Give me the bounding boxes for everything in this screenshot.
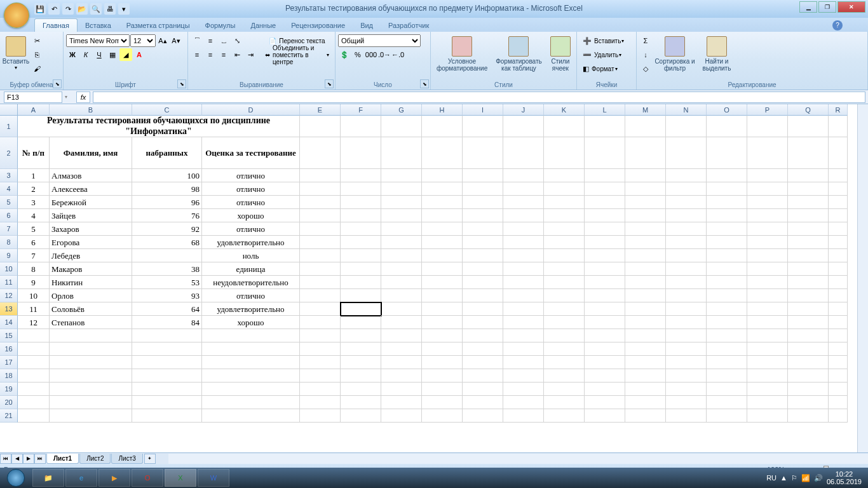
cell[interactable] xyxy=(544,329,585,342)
sheet-tab[interactable]: Лист1 xyxy=(46,454,79,464)
cell[interactable] xyxy=(585,236,625,249)
cell[interactable] xyxy=(788,116,829,137)
cell[interactable] xyxy=(341,236,381,249)
cell[interactable] xyxy=(381,383,422,396)
cell[interactable] xyxy=(50,409,132,423)
cell[interactable] xyxy=(666,289,707,302)
task-ie[interactable]: e xyxy=(65,469,97,487)
cell[interactable] xyxy=(422,276,463,289)
cell[interactable] xyxy=(422,396,463,409)
cell[interactable] xyxy=(585,209,625,222)
cell[interactable] xyxy=(788,236,829,249)
cell[interactable] xyxy=(829,302,848,316)
number-launcher[interactable]: ⬊ xyxy=(420,79,429,88)
cell[interactable] xyxy=(829,236,848,249)
col-header-D[interactable]: D xyxy=(202,104,300,116)
cell[interactable] xyxy=(341,169,381,182)
cell[interactable] xyxy=(666,369,707,383)
cell[interactable] xyxy=(503,276,544,289)
cell[interactable] xyxy=(585,169,625,182)
cell[interactable] xyxy=(341,196,381,209)
cell[interactable] xyxy=(829,182,848,196)
cell[interactable] xyxy=(707,209,747,222)
cell[interactable] xyxy=(788,316,829,329)
cell[interactable] xyxy=(300,137,341,169)
cell[interactable] xyxy=(132,396,202,409)
cell[interactable] xyxy=(463,316,503,329)
cell[interactable]: 64 xyxy=(132,302,202,316)
cell[interactable] xyxy=(829,409,848,423)
cell[interactable]: Орлов xyxy=(50,289,132,302)
border-icon[interactable]: ▦ xyxy=(106,48,119,61)
cell[interactable] xyxy=(788,329,829,342)
sheet-nav-prev[interactable]: ◀ xyxy=(11,454,23,464)
cell[interactable] xyxy=(463,276,503,289)
cell[interactable]: удовлетворительно xyxy=(202,302,300,316)
col-header-B[interactable]: B xyxy=(50,104,132,116)
new-sheet-button[interactable]: ✦ xyxy=(144,454,156,464)
cell[interactable] xyxy=(788,302,829,316)
tray-clock[interactable]: 10:22 06.05.2019 xyxy=(827,470,865,485)
cell[interactable] xyxy=(666,276,707,289)
cell[interactable] xyxy=(829,249,848,262)
cell[interactable] xyxy=(18,396,50,409)
col-header-L[interactable]: L xyxy=(585,104,625,116)
cell[interactable]: отлично xyxy=(202,169,300,182)
task-media[interactable]: ▶ xyxy=(98,469,130,487)
cell[interactable] xyxy=(422,196,463,209)
cell[interactable]: 3 xyxy=(18,196,50,209)
cell[interactable] xyxy=(132,369,202,383)
cell[interactable] xyxy=(463,396,503,409)
align-left-icon[interactable]: ≡ xyxy=(191,48,203,61)
cell[interactable] xyxy=(625,196,666,209)
cell[interactable] xyxy=(707,196,747,209)
cell[interactable]: Алексеева xyxy=(50,182,132,196)
cell[interactable] xyxy=(666,356,707,369)
cell[interactable] xyxy=(202,342,300,356)
cell[interactable] xyxy=(747,137,788,169)
cell[interactable] xyxy=(300,289,341,302)
cell[interactable] xyxy=(341,116,381,137)
cell[interactable] xyxy=(50,369,132,383)
cell[interactable] xyxy=(544,182,585,196)
cell[interactable]: Лебедев xyxy=(50,249,132,262)
cell[interactable]: 5 xyxy=(18,222,50,236)
cell[interactable] xyxy=(202,356,300,369)
col-header-G[interactable]: G xyxy=(381,104,422,116)
row-header[interactable]: 17 xyxy=(0,356,18,369)
cell[interactable]: 7 xyxy=(18,249,50,262)
cell[interactable]: Соловьёв xyxy=(50,302,132,316)
cell[interactable]: 100 xyxy=(132,169,202,182)
cell[interactable] xyxy=(341,329,381,342)
cell[interactable] xyxy=(50,396,132,409)
cell[interactable] xyxy=(341,137,381,169)
cell[interactable] xyxy=(381,302,422,316)
cell[interactable] xyxy=(381,262,422,276)
cell[interactable] xyxy=(707,369,747,383)
cell[interactable] xyxy=(544,169,585,182)
shrink-font-icon[interactable]: A▾ xyxy=(170,34,182,47)
cell[interactable] xyxy=(829,289,848,302)
cell[interactable] xyxy=(829,316,848,329)
cell[interactable] xyxy=(585,262,625,276)
merge-center-button[interactable]: ⬌Объединить и поместить в центре▾ xyxy=(262,48,332,61)
close-button[interactable]: ✕ xyxy=(837,1,865,13)
cell[interactable]: ноль xyxy=(202,249,300,262)
cell[interactable] xyxy=(503,196,544,209)
task-word[interactable]: W xyxy=(198,469,229,487)
insert-function-button[interactable]: fx xyxy=(76,92,90,103)
percent-icon[interactable]: % xyxy=(351,48,364,61)
cell[interactable]: неудовлетворительно xyxy=(202,276,300,289)
cell[interactable]: 6 xyxy=(18,236,50,249)
cell[interactable] xyxy=(422,316,463,329)
cell[interactable] xyxy=(707,137,747,169)
cell[interactable] xyxy=(300,329,341,342)
cell[interactable] xyxy=(788,409,829,423)
col-header-O[interactable]: O xyxy=(707,104,747,116)
cell[interactable] xyxy=(788,196,829,209)
row-header[interactable]: 20 xyxy=(0,396,18,409)
vertical-scrollbar[interactable] xyxy=(857,104,868,452)
cell[interactable] xyxy=(829,276,848,289)
cell[interactable] xyxy=(747,236,788,249)
cell[interactable] xyxy=(132,342,202,356)
